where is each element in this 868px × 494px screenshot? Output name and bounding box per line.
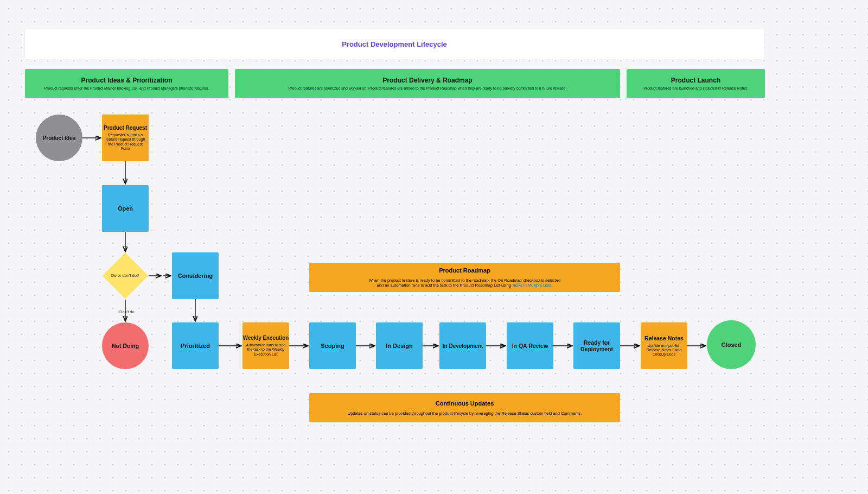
node-closed[interactable]: Closed <box>707 320 756 369</box>
phase-header-ideas[interactable]: Product Ideas & Prioritization Product r… <box>25 69 228 98</box>
node-label: Considering <box>178 273 213 279</box>
node-in-design[interactable]: In Design <box>376 322 423 369</box>
banner-product-roadmap[interactable]: Product Roadmap When the product feature… <box>309 263 620 292</box>
banner-sub: Updates on status can be provided throug… <box>348 411 582 416</box>
banner-heading: Continuous Updates <box>436 400 494 407</box>
node-sub: Requester submits a feature request thro… <box>102 133 149 150</box>
node-product-request[interactable]: Product Request Requester submits a feat… <box>102 115 149 161</box>
phase-heading: Product Launch <box>671 77 720 84</box>
phase-header-launch[interactable]: Product Launch Product features are laun… <box>627 69 765 98</box>
node-label: In Development <box>443 343 483 349</box>
banner-line: When the product feature is ready to be … <box>369 278 561 283</box>
node-product-idea[interactable]: Product Idea <box>36 115 82 161</box>
node-considering[interactable]: Considering <box>172 252 219 299</box>
node-decision[interactable]: Do or don't do? <box>103 253 149 299</box>
node-scoping[interactable]: Scoping <box>309 322 356 369</box>
edge-label-dont-do: Don't do <box>119 309 135 314</box>
banner-continuous-updates[interactable]: Continuous Updates Updates on status can… <box>309 393 620 422</box>
node-label: Not Doing <box>112 343 139 349</box>
node-label: Scoping <box>321 343 344 349</box>
node-label: Release Notes <box>644 335 684 341</box>
node-label: Closed <box>722 341 742 348</box>
node-in-development[interactable]: In Development <box>439 322 486 369</box>
node-label: Weekly Execution <box>243 335 289 341</box>
diagram-title: Product Development Lifecycle <box>342 40 447 48</box>
node-label: Open <box>118 205 133 212</box>
phase-heading: Product Ideas & Prioritization <box>81 77 172 84</box>
node-label: Ready for Deployment <box>573 339 620 352</box>
node-sub: Automation runs to add the task to the W… <box>242 343 289 356</box>
node-label: Product Request <box>104 125 147 131</box>
whiteboard-canvas[interactable]: Product Development Lifecycle Product Id… <box>0 0 868 494</box>
node-label: Prioritized <box>181 343 210 349</box>
node-release-notes[interactable]: Release Notes Update and publish Release… <box>641 322 687 369</box>
node-label: Product Idea <box>43 135 76 141</box>
banner-link[interactable]: Tasks in Multiple Lists. <box>512 283 553 288</box>
diagram-title-card[interactable]: Product Development Lifecycle <box>25 29 764 59</box>
node-label: Do or don't do? <box>111 274 139 278</box>
node-not-doing[interactable]: Not Doing <box>102 322 149 369</box>
node-open[interactable]: Open <box>102 185 149 232</box>
phase-sub: Product features are launched and includ… <box>643 86 748 91</box>
banner-line: and an automation runs to add the task t… <box>377 283 512 288</box>
node-sub: Update and publish Release Notes using C… <box>641 344 687 357</box>
phase-sub: Product requests enter the Product Maste… <box>44 86 209 91</box>
node-weekly-execution[interactable]: Weekly Execution Automation runs to add … <box>242 322 289 369</box>
phase-sub: Product features are prioritized and wor… <box>289 86 567 91</box>
node-prioritized[interactable]: Prioritized <box>172 322 219 369</box>
node-in-qa-review[interactable]: In QA Review <box>507 322 553 369</box>
banner-heading: Product Roadmap <box>439 267 490 274</box>
node-ready-for-deployment[interactable]: Ready for Deployment <box>573 322 620 369</box>
phase-heading: Product Delivery & Roadmap <box>382 77 472 84</box>
banner-sub: When the product feature is ready to be … <box>369 278 561 288</box>
phase-header-delivery[interactable]: Product Delivery & Roadmap Product featu… <box>235 69 620 98</box>
node-label: In QA Review <box>512 343 548 349</box>
node-label: In Design <box>386 343 413 349</box>
